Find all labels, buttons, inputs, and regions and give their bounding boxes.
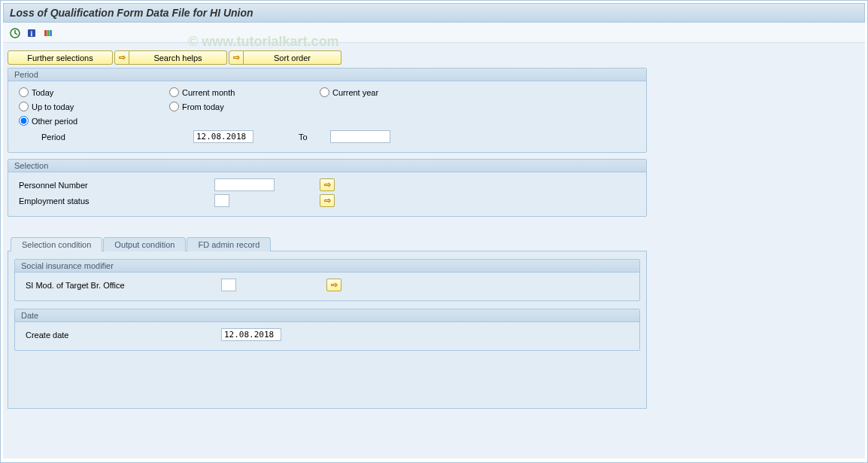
svg-rect-5 bbox=[50, 30, 52, 36]
radio-today-label: Today bbox=[32, 88, 53, 97]
tab-fd-admin-record[interactable]: FD admin record bbox=[187, 237, 271, 251]
period-from-input[interactable] bbox=[193, 130, 253, 143]
date-group-title: Date bbox=[15, 309, 639, 322]
period-group: Period Today Current month Current year … bbox=[8, 68, 647, 153]
execute-icon[interactable] bbox=[9, 27, 21, 39]
si-mod-input[interactable] bbox=[221, 279, 236, 291]
info-icon[interactable]: i bbox=[26, 27, 38, 39]
si-mod-multi-icon[interactable]: ⇨ bbox=[326, 279, 341, 291]
create-date-input[interactable] bbox=[221, 328, 281, 341]
si-modifier-title: Social insurance modifier bbox=[15, 260, 639, 273]
page-title: Loss of Qualification Form Data File for… bbox=[3, 3, 865, 23]
tab-selection-condition[interactable]: Selection condition bbox=[11, 237, 102, 251]
period-to-input[interactable] bbox=[330, 130, 390, 143]
search-helps-arrow-icon[interactable]: ⇨ bbox=[114, 50, 129, 65]
svg-rect-4 bbox=[47, 30, 50, 36]
employment-status-label: Employment status bbox=[19, 196, 214, 206]
personnel-number-input[interactable] bbox=[214, 178, 275, 191]
further-selections-button[interactable]: Further selections bbox=[8, 50, 113, 65]
svg-rect-3 bbox=[44, 30, 47, 36]
create-date-label: Create date bbox=[26, 330, 221, 340]
selection-group: Selection Personnel Number ⇨ Employment … bbox=[8, 159, 647, 217]
radio-other-period-label: Other period bbox=[32, 117, 77, 126]
svg-text:i: i bbox=[31, 29, 33, 38]
personnel-number-label: Personnel Number bbox=[19, 181, 214, 190]
app-toolbar: i bbox=[3, 23, 865, 43]
radio-from-today[interactable] bbox=[169, 102, 179, 111]
radio-other-period[interactable] bbox=[19, 116, 29, 126]
radio-up-to-today[interactable] bbox=[19, 102, 29, 111]
sort-order-arrow-icon[interactable]: ⇨ bbox=[229, 50, 244, 65]
period-group-title: Period bbox=[8, 69, 646, 81]
radio-current-year-label: Current year bbox=[332, 88, 378, 97]
employment-status-multi-icon[interactable]: ⇨ bbox=[320, 194, 335, 207]
variant-icon[interactable] bbox=[42, 27, 54, 39]
radio-current-month-label: Current month bbox=[182, 88, 235, 97]
period-field-label: Period bbox=[19, 133, 193, 142]
tab-output-condition[interactable]: Output condition bbox=[103, 237, 186, 251]
personnel-number-multi-icon[interactable]: ⇨ bbox=[320, 178, 335, 191]
date-group: Date Create date bbox=[14, 309, 640, 351]
si-mod-label: SI Mod. of Target Br. Office bbox=[26, 281, 221, 290]
period-to-label: To bbox=[299, 133, 308, 142]
radio-today[interactable] bbox=[19, 87, 29, 97]
radio-up-to-today-label: Up to today bbox=[32, 102, 74, 111]
si-modifier-group: Social insurance modifier SI Mod. of Tar… bbox=[14, 259, 640, 301]
search-helps-button[interactable]: Search helps bbox=[129, 50, 227, 65]
radio-from-today-label: From today bbox=[182, 102, 224, 111]
radio-current-year[interactable] bbox=[320, 87, 329, 97]
tab-body: Social insurance modifier SI Mod. of Tar… bbox=[8, 251, 647, 409]
sort-order-button[interactable]: Sort order bbox=[244, 50, 341, 65]
selection-group-title: Selection bbox=[8, 160, 646, 172]
employment-status-input[interactable] bbox=[214, 194, 229, 207]
tab-strip: Selection condition Output condition FD … bbox=[11, 237, 860, 251]
radio-current-month[interactable] bbox=[169, 87, 179, 97]
